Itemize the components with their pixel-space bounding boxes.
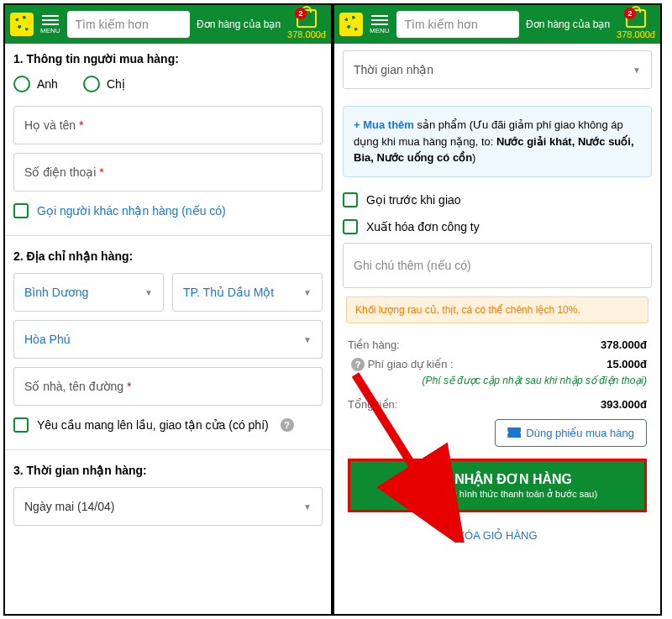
radio-icon bbox=[83, 76, 100, 92]
basket-icon: 2 bbox=[297, 9, 317, 28]
promo-banner[interactable]: + Mua thêm sản phẩm (Ưu đãi giảm phí gia… bbox=[343, 106, 652, 177]
confirm-main-text: XÁC NHẬN ĐƠN HÀNG bbox=[360, 471, 634, 487]
shipping-note: (Phí sẽ được cập nhật sau khi nhập số đi… bbox=[343, 375, 652, 386]
note-input[interactable]: Ghi chú thêm (nếu có) bbox=[343, 243, 652, 288]
radio-ms[interactable]: Chị bbox=[83, 76, 125, 92]
summary-value: 393.000đ bbox=[601, 398, 647, 411]
required-mark: * bbox=[127, 380, 131, 393]
summary-value: 15.000đ bbox=[606, 358, 647, 370]
checkbox-icon bbox=[13, 417, 29, 433]
menu-label: MENU bbox=[40, 27, 60, 34]
summary-label: Tiền hàng: bbox=[348, 338, 400, 351]
basket-icon: 2 bbox=[626, 9, 646, 28]
confirm-sub-text: (Lựa chọn các hình thức thanh toán ở bướ… bbox=[360, 489, 634, 500]
radio-icon bbox=[13, 76, 30, 92]
checkbox-label: Yêu cầu mang lên lầu, giao tận cửa (có p… bbox=[37, 418, 269, 432]
cart-button[interactable]: 2 378.000đ bbox=[287, 9, 326, 39]
info-icon[interactable]: ? bbox=[351, 358, 365, 371]
chevron-down-icon: ▼ bbox=[303, 502, 312, 511]
shipping-row: ? Phí giao dự kiến : 15.000đ bbox=[343, 354, 652, 375]
menu-button[interactable]: MENU bbox=[370, 15, 390, 34]
radio-label: Chị bbox=[107, 77, 125, 91]
hamburger-icon bbox=[42, 15, 59, 25]
app-header: MENU Tìm kiếm hơn Đơn hàng của bạn 2 378… bbox=[334, 5, 660, 44]
stairs-checkbox[interactable]: Yêu cầu mang lên lầu, giao tận cửa (có p… bbox=[13, 414, 323, 436]
other-recipient-checkbox[interactable]: Gọi người khác nhận hàng (nếu có) bbox=[13, 200, 323, 222]
summary-label: Tổng tiền: bbox=[348, 398, 397, 411]
time-select[interactable]: Thời gian nhận▼ bbox=[343, 50, 652, 89]
chevron-down-icon: ▼ bbox=[303, 288, 312, 297]
cart-button[interactable]: 2 378.000đ bbox=[617, 9, 655, 39]
radio-label: Anh bbox=[37, 77, 58, 91]
checkbox-icon bbox=[343, 219, 358, 234]
clear-cart-link[interactable]: XÓA GIỎ HÀNG bbox=[343, 517, 652, 547]
checkbox-label: Gọi người khác nhận hàng (nếu có) bbox=[37, 204, 226, 218]
street-input[interactable]: Số nhà, tên đường * bbox=[13, 367, 323, 406]
call-before-checkbox[interactable]: Gọi trước khi giao bbox=[343, 189, 652, 211]
checkbox-icon bbox=[343, 192, 358, 207]
my-orders-link[interactable]: Đơn hàng của bạn bbox=[526, 18, 610, 30]
checkbox-label: Xuất hóa đơn công ty bbox=[366, 220, 480, 233]
section-delivery-time: 3. Thời gian nhận hàng: bbox=[13, 464, 323, 477]
cart-total: 378.000đ bbox=[287, 29, 326, 39]
chevron-down-icon: ▼ bbox=[144, 288, 153, 297]
goods-total-row: Tiền hàng: 378.000đ bbox=[343, 335, 652, 354]
cart-badge: 2 bbox=[295, 8, 307, 19]
city-select[interactable]: TP. Thủ Dầu Một▼ bbox=[172, 273, 323, 312]
ticket-icon bbox=[507, 428, 521, 438]
section-buyer-info: 1. Thông tin người mua hàng: bbox=[13, 52, 323, 66]
info-icon[interactable]: ? bbox=[281, 418, 294, 432]
weight-warning: Khối lượng rau củ, thịt, cá có thể chênh… bbox=[346, 296, 648, 323]
checkbox-icon bbox=[13, 203, 29, 218]
chevron-down-icon: ▼ bbox=[303, 335, 312, 344]
hamburger-icon bbox=[371, 15, 388, 25]
logo-icon bbox=[339, 13, 363, 36]
summary-value: 378.000đ bbox=[601, 338, 647, 351]
ward-select[interactable]: Hòa Phú▼ bbox=[13, 320, 323, 359]
summary-label: ? Phí giao dự kiến : bbox=[348, 358, 454, 371]
app-header: MENU Tìm kiếm hơn Đơn hàng của bạn 2 378… bbox=[5, 5, 331, 44]
chevron-down-icon: ▼ bbox=[633, 66, 641, 75]
phone-input[interactable]: Số điện thoại * bbox=[13, 153, 323, 191]
menu-label: MENU bbox=[370, 27, 390, 34]
radio-mr[interactable]: Anh bbox=[13, 76, 58, 92]
confirm-order-button[interactable]: XÁC NHẬN ĐƠN HÀNG (Lựa chọn các hình thứ… bbox=[348, 459, 647, 512]
name-input[interactable]: Họ và tên * bbox=[13, 106, 323, 144]
cart-badge: 2 bbox=[624, 8, 636, 19]
invoice-checkbox[interactable]: Xuất hóa đơn công ty bbox=[343, 216, 652, 238]
date-select[interactable]: Ngày mai (14/04)▼ bbox=[13, 487, 323, 526]
required-mark: * bbox=[99, 165, 103, 179]
logo-icon bbox=[10, 13, 34, 36]
search-input[interactable]: Tìm kiếm hơn bbox=[67, 11, 190, 38]
voucher-button[interactable]: Dùng phiếu mua hàng bbox=[495, 419, 647, 447]
province-select[interactable]: Bình Dương▼ bbox=[13, 273, 164, 312]
add-more-link: + Mua thêm bbox=[354, 118, 414, 131]
required-mark: * bbox=[79, 118, 83, 132]
cart-total: 378.000đ bbox=[617, 29, 655, 39]
voucher-label: Dùng phiếu mua hàng bbox=[526, 427, 634, 439]
search-input[interactable]: Tìm kiếm hơn bbox=[396, 11, 519, 38]
section-address: 2. Địa chỉ nhận hàng: bbox=[13, 249, 323, 263]
checkbox-label: Gọi trước khi giao bbox=[366, 193, 461, 207]
my-orders-link[interactable]: Đơn hàng của bạn bbox=[197, 18, 281, 30]
grand-total-row: Tổng tiền: 393.000đ bbox=[343, 395, 652, 414]
menu-button[interactable]: MENU bbox=[40, 15, 60, 34]
